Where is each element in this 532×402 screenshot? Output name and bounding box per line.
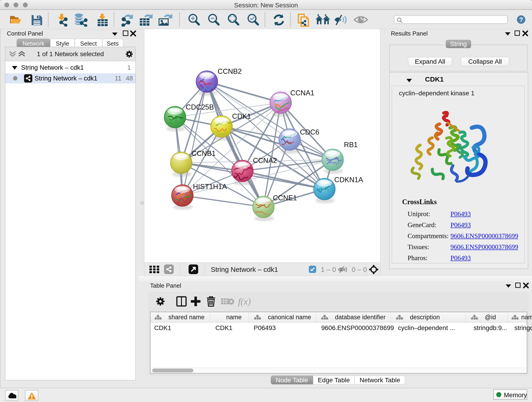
svg-text:CDC25B: CDC25B — [186, 103, 214, 111]
svg-text:CDKN1A: CDKN1A — [334, 176, 363, 184]
svg-text:HIST1H1A: HIST1H1A — [193, 183, 227, 191]
svg-text:CDC6: CDC6 — [300, 128, 319, 136]
svg-text:CDK1: CDK1 — [232, 112, 251, 120]
svg-text:RB1: RB1 — [344, 141, 358, 149]
svg-text:CCNB2: CCNB2 — [218, 67, 242, 75]
svg-text:CCNA1: CCNA1 — [290, 89, 314, 97]
svg-text:CCNE1: CCNE1 — [273, 194, 297, 202]
svg-text:CCNB1: CCNB1 — [191, 149, 215, 157]
svg-text:CCNA2: CCNA2 — [253, 157, 277, 165]
